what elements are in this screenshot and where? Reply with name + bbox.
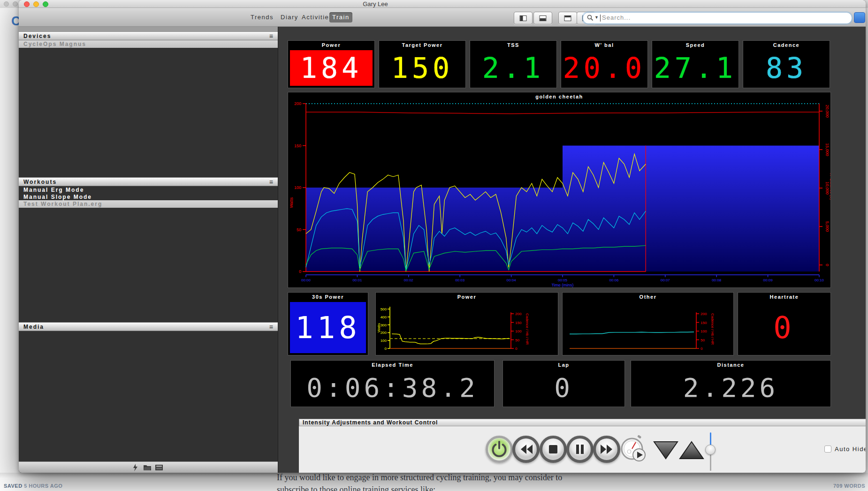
svg-text:100: 100 bbox=[515, 329, 522, 333]
svg-text:50: 50 bbox=[297, 227, 301, 232]
power-mini-chart: Power 0100200300400500Watts050100150200C… bbox=[375, 292, 558, 355]
search-input[interactable]: ▼ Search... bbox=[583, 12, 852, 24]
svg-text:00:01: 00:01 bbox=[352, 278, 362, 282]
goldencheetah-window: Gary Lee Trends Diary Activities Train bbox=[19, 0, 866, 473]
search-icon bbox=[587, 15, 594, 21]
devices-menu-icon[interactable]: ≡ bbox=[269, 32, 274, 40]
intensity-slider[interactable] bbox=[705, 432, 716, 471]
metric-value: 27.1 bbox=[654, 50, 737, 86]
rewind-button[interactable] bbox=[512, 436, 540, 463]
lap-timer-button[interactable] bbox=[620, 436, 647, 463]
svg-text:200: 200 bbox=[381, 331, 387, 335]
metric-value: 2.1 bbox=[472, 50, 555, 86]
svg-text:00:10: 00:10 bbox=[815, 278, 824, 282]
svg-text:0: 0 bbox=[825, 264, 830, 266]
slider-thumb[interactable] bbox=[705, 445, 716, 455]
sidebar-item-workout[interactable]: Manual Slope Mode bbox=[19, 193, 278, 201]
svg-text:00:06: 00:06 bbox=[609, 278, 619, 282]
svg-text:00:03: 00:03 bbox=[455, 278, 465, 282]
svg-text:10,000: 10,000 bbox=[825, 181, 830, 195]
chart-title: Other bbox=[563, 294, 733, 300]
sidebar-item-device[interactable]: CycleOps Magnus bbox=[19, 40, 278, 48]
svg-text:300: 300 bbox=[381, 323, 387, 327]
devices-section-title: Devices bbox=[23, 33, 51, 39]
search-scope-dropdown-icon[interactable]: ▼ bbox=[594, 15, 599, 20]
other-mini-plot: 050100150200Cadence / Hb / HR bbox=[563, 293, 733, 355]
background-document: If you would like to engage in more stru… bbox=[0, 473, 868, 491]
metric-label: TSS bbox=[470, 42, 556, 48]
pause-icon bbox=[569, 438, 591, 460]
saved-label: SAVED bbox=[4, 483, 23, 489]
search-placeholder: Search... bbox=[602, 14, 631, 21]
svg-text:5,000: 5,000 bbox=[825, 221, 830, 232]
main-toolbar: Trends Diary Activities Train bbox=[19, 8, 866, 27]
metric-tile-cadence: Cadence 83 bbox=[743, 40, 830, 88]
bottom-panel-icon bbox=[540, 15, 547, 21]
metric-tile-30s-power: 30s Power 118 bbox=[288, 292, 368, 355]
sidebar-item-workout[interactable]: Test Workout Plan.erg bbox=[19, 200, 278, 208]
intensity-down-button[interactable] bbox=[653, 440, 678, 461]
chart-title: golden cheetah bbox=[288, 94, 830, 99]
svg-text:00:07: 00:07 bbox=[661, 278, 670, 282]
intensity-up-button[interactable] bbox=[679, 440, 704, 461]
metric-tile-lap: Lap 0 bbox=[503, 360, 625, 407]
svg-text:150: 150 bbox=[700, 321, 707, 325]
power-icon bbox=[488, 438, 510, 461]
svg-text:500: 500 bbox=[381, 307, 387, 311]
metric-value: 150 bbox=[381, 50, 464, 86]
tab-diary[interactable]: Diary bbox=[278, 12, 301, 23]
auto-hide-checkbox[interactable] bbox=[824, 446, 831, 453]
power-toggle-button[interactable] bbox=[486, 436, 513, 463]
svg-text:00:09: 00:09 bbox=[763, 278, 773, 282]
tab-trends[interactable]: Trends bbox=[248, 12, 276, 23]
svg-text:200: 200 bbox=[700, 312, 707, 316]
fast-forward-button[interactable] bbox=[593, 436, 620, 463]
metric-tile-wbal: W' bal 20.0 bbox=[561, 40, 648, 88]
sidebar-footer-bar bbox=[19, 461, 278, 473]
metric-tile-target-power: Target Power 150 bbox=[379, 40, 466, 88]
svg-text:0: 0 bbox=[700, 347, 703, 351]
screen: C If you would like to engage in more st… bbox=[0, 0, 868, 491]
metric-value: 0:06:38.2 bbox=[293, 370, 492, 405]
sync-button[interactable] bbox=[854, 12, 865, 23]
svg-text:200: 200 bbox=[515, 312, 522, 316]
metric-label: Target Power bbox=[379, 42, 465, 48]
open-folder-icon[interactable] bbox=[143, 464, 152, 471]
sidebar-top-strip bbox=[19, 27, 278, 31]
svg-text:0: 0 bbox=[385, 347, 387, 351]
layout-single-button[interactable] bbox=[558, 12, 577, 24]
svg-text:Watts: Watts bbox=[289, 197, 294, 208]
media-library-icon[interactable] bbox=[155, 464, 163, 471]
toggle-sidebar-button[interactable] bbox=[514, 12, 533, 24]
workout-control-area: Auto Hide bbox=[299, 426, 866, 473]
devices-section-header: Devices ≡ bbox=[19, 31, 278, 40]
svg-text:0: 0 bbox=[299, 269, 301, 274]
fast-forward-icon bbox=[596, 438, 617, 460]
svg-text:20,000: 20,000 bbox=[825, 105, 830, 118]
auto-hide-label: Auto Hide bbox=[835, 446, 866, 453]
metric-label: Heartrate bbox=[738, 294, 830, 300]
sidebar-item-workout[interactable]: Manual Erg Mode bbox=[19, 186, 278, 194]
intensity-control-header: Intensity Adjustments and Workout Contro… bbox=[299, 419, 866, 426]
stop-button[interactable] bbox=[540, 436, 567, 463]
pause-button[interactable] bbox=[566, 436, 594, 463]
metric-tile-tss: TSS 2.1 bbox=[470, 40, 557, 88]
metric-tile-distance: Distance 2.226 bbox=[631, 360, 831, 407]
chart-title: Power bbox=[376, 294, 558, 300]
metric-value: 118 bbox=[290, 302, 366, 353]
inactive-close-icon bbox=[4, 1, 9, 7]
workouts-menu-icon[interactable]: ≡ bbox=[269, 178, 274, 186]
single-window-icon bbox=[564, 15, 571, 21]
media-menu-icon[interactable]: ≡ bbox=[269, 323, 274, 331]
svg-text:Time (mins): Time (mins) bbox=[551, 283, 573, 287]
power-mini-plot: 0100200300400500Watts050100150200Cadence… bbox=[376, 293, 558, 355]
workouts-section-header: Workouts ≡ bbox=[19, 177, 278, 186]
toggle-bottom-panel-button[interactable] bbox=[533, 12, 552, 24]
svg-text:100: 100 bbox=[294, 185, 301, 190]
tab-train[interactable]: Train bbox=[329, 12, 352, 23]
svg-text:50: 50 bbox=[515, 338, 519, 342]
window-titlebar: Gary Lee bbox=[19, 0, 866, 8]
media-section-title: Media bbox=[23, 324, 44, 330]
lightning-icon[interactable] bbox=[131, 464, 140, 471]
svg-text:00:05: 00:05 bbox=[558, 278, 568, 282]
